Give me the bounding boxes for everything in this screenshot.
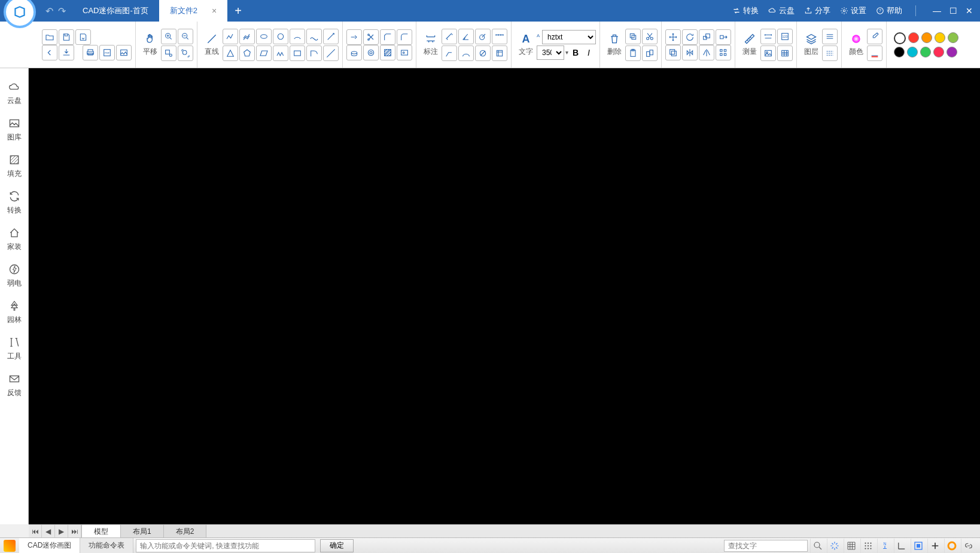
menu-settings[interactable]: 设置 bbox=[840, 5, 866, 16]
lines2-button[interactable] bbox=[822, 45, 838, 61]
status-functable[interactable]: 功能命令表 bbox=[80, 538, 133, 553]
maximize-button[interactable]: ☐ bbox=[949, 6, 957, 16]
sidebar-cloud[interactable]: 云盘 bbox=[7, 80, 22, 106]
delete-icon[interactable] bbox=[608, 32, 621, 45]
minimize-button[interactable]: — bbox=[933, 6, 941, 16]
mirror2-button[interactable] bbox=[699, 45, 714, 60]
layout-tab-1[interactable]: 布局1 bbox=[121, 525, 164, 537]
zoom-out-button[interactable] bbox=[178, 29, 193, 44]
menu-cloud[interactable]: 云盘 bbox=[768, 5, 795, 16]
drawing-canvas[interactable] bbox=[29, 68, 980, 524]
layer-icon[interactable] bbox=[805, 32, 818, 45]
lines-button[interactable] bbox=[822, 29, 838, 44]
spline-button[interactable] bbox=[306, 29, 322, 44]
offset-button[interactable] bbox=[665, 45, 681, 60]
layout-prev-button[interactable]: ◀ bbox=[42, 525, 55, 537]
pdf-button[interactable]: PDF bbox=[99, 45, 115, 60]
open-button[interactable] bbox=[42, 29, 57, 45]
sidebar-home[interactable]: 家装 bbox=[7, 226, 22, 252]
layout-first-button[interactable]: ⏮ bbox=[29, 525, 42, 537]
search-button[interactable] bbox=[810, 539, 824, 553]
ortho-button[interactable] bbox=[894, 539, 908, 553]
dim-ordinate-button[interactable] bbox=[492, 45, 507, 61]
trim-button[interactable] bbox=[363, 29, 379, 45]
sidebar-feedback[interactable]: 反馈 bbox=[7, 372, 22, 398]
polyline-button[interactable] bbox=[223, 29, 238, 44]
mirror-button[interactable] bbox=[682, 45, 698, 60]
hatch-button[interactable] bbox=[380, 45, 395, 60]
multiline-button[interactable] bbox=[239, 29, 255, 44]
measure-icon[interactable] bbox=[743, 32, 756, 45]
sidebar-garden[interactable]: 园林 bbox=[7, 299, 22, 325]
close-tab-icon[interactable]: × bbox=[212, 6, 217, 16]
color-orange[interactable] bbox=[921, 32, 932, 43]
pentagon-button[interactable] bbox=[239, 45, 255, 61]
trim-end-button[interactable] bbox=[346, 29, 362, 45]
layout-tab-model[interactable]: 模型 bbox=[82, 525, 121, 537]
revolve-button[interactable] bbox=[346, 45, 362, 60]
colorwheel-status-button[interactable] bbox=[944, 539, 958, 553]
layout-last-button[interactable]: ⏭ bbox=[68, 525, 81, 537]
search-input[interactable] bbox=[724, 540, 808, 552]
menu-help[interactable]: ? 帮助 bbox=[876, 5, 902, 16]
rectangle-button[interactable] bbox=[290, 45, 305, 61]
ok-button[interactable]: 确定 bbox=[320, 539, 354, 552]
save-as-button[interactable] bbox=[75, 29, 91, 45]
door-button[interactable] bbox=[306, 45, 322, 61]
snap-button[interactable] bbox=[827, 539, 841, 553]
sidebar-gallery[interactable]: 图库 bbox=[7, 117, 22, 142]
italic-button[interactable]: I bbox=[583, 48, 595, 57]
triangle-button[interactable] bbox=[223, 45, 238, 61]
color-cyan[interactable] bbox=[907, 47, 918, 57]
dim-diameter-button[interactable] bbox=[475, 45, 491, 61]
print-button[interactable] bbox=[83, 45, 98, 60]
save-button[interactable] bbox=[59, 29, 74, 45]
array-button[interactable] bbox=[716, 45, 731, 60]
sidebar-weak[interactable]: 弱电 bbox=[7, 263, 22, 288]
dim-radius-button[interactable] bbox=[475, 29, 491, 44]
ring-button[interactable] bbox=[363, 45, 379, 60]
copy-button[interactable] bbox=[625, 29, 641, 44]
sidebar-convert[interactable]: 转换 bbox=[7, 190, 22, 215]
measure-num-button[interactable]: 123 bbox=[777, 29, 793, 44]
image-button[interactable] bbox=[116, 45, 132, 60]
fillet-button[interactable] bbox=[397, 29, 412, 45]
color-wheel-icon[interactable] bbox=[850, 32, 863, 45]
font-select[interactable]: hztxt bbox=[542, 30, 596, 44]
color-pink[interactable] bbox=[933, 47, 944, 57]
paste-button[interactable] bbox=[625, 45, 641, 61]
layout-tab-2[interactable]: 布局2 bbox=[164, 525, 207, 537]
export-button[interactable] bbox=[59, 45, 74, 60]
leader-button[interactable] bbox=[442, 45, 457, 61]
color-outline[interactable] bbox=[894, 32, 906, 44]
ray-button[interactable] bbox=[323, 29, 339, 44]
region-button[interactable] bbox=[397, 45, 412, 60]
dim-linear-button[interactable] bbox=[442, 29, 457, 44]
table-button[interactable] bbox=[777, 45, 793, 61]
link-button[interactable] bbox=[961, 539, 975, 553]
tab-active-file[interactable]: 新文件2 × bbox=[159, 0, 227, 22]
dim-angular-button[interactable] bbox=[458, 29, 474, 44]
undo-icon[interactable]: ↶ bbox=[45, 5, 53, 17]
sidebar-tools[interactable]: 工具 bbox=[7, 336, 22, 361]
circle-button[interactable] bbox=[273, 29, 288, 44]
tab-home[interactable]: CAD迷你画图-首页 bbox=[72, 0, 159, 22]
bold-button[interactable]: B bbox=[570, 48, 582, 57]
stretch-button[interactable] bbox=[716, 29, 731, 45]
menu-share[interactable]: 分享 bbox=[804, 5, 830, 16]
measure-dist-button[interactable] bbox=[760, 29, 776, 44]
back-button[interactable] bbox=[42, 45, 57, 60]
text-icon[interactable]: A bbox=[519, 32, 532, 45]
close-button[interactable]: ✕ bbox=[966, 6, 973, 16]
color-black[interactable] bbox=[894, 47, 905, 57]
zoom-in-button[interactable] bbox=[161, 29, 176, 44]
chamfer-button[interactable] bbox=[380, 29, 395, 45]
arc-button[interactable] bbox=[290, 29, 305, 44]
color-green[interactable] bbox=[920, 47, 931, 57]
menu-convert[interactable]: 转换 bbox=[732, 5, 759, 16]
insert-image-button[interactable] bbox=[760, 45, 776, 61]
move-button[interactable] bbox=[665, 29, 681, 45]
annotate-icon[interactable] bbox=[424, 32, 437, 45]
eyedropper-button[interactable] bbox=[867, 29, 882, 44]
color-purple[interactable] bbox=[946, 47, 957, 57]
